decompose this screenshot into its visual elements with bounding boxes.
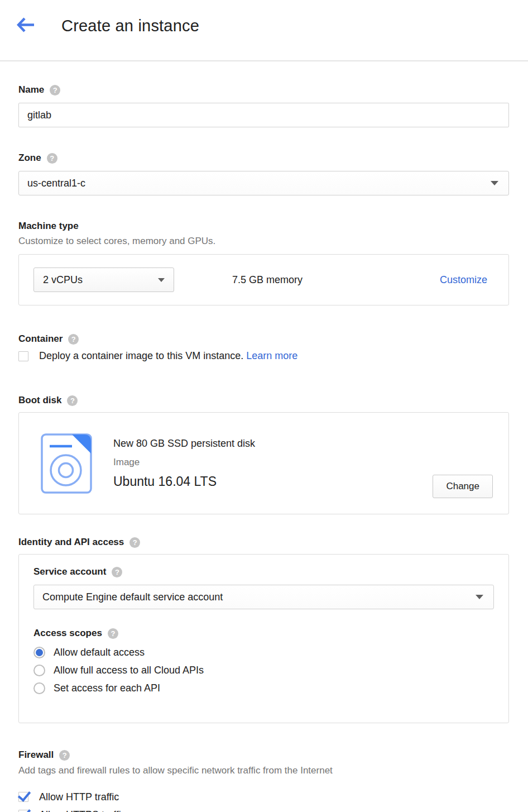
firewall-label-row: Firewall ?	[18, 749, 509, 761]
identity-label-row: Identity and API access ?	[18, 537, 509, 548]
access-scopes-label: Access scopes	[33, 628, 102, 639]
cpu-select[interactable]: 2 vCPUs	[33, 268, 174, 292]
name-label: Name	[18, 84, 44, 95]
disk-image-icon	[40, 432, 93, 495]
checkbox-allow-https-row[interactable]: Allow HTTPS traffic	[18, 806, 509, 812]
help-icon[interactable]: ?	[129, 537, 140, 548]
boot-disk-image-label: Image	[113, 457, 255, 468]
boot-disk-card: New 80 GB SSD persistent disk Image Ubun…	[18, 412, 509, 514]
firewall-description: Add tags and firewall rules to allow spe…	[18, 765, 509, 776]
zone-select[interactable]: us-central1-c	[18, 171, 509, 195]
zone-label-row: Zone ?	[18, 152, 509, 164]
container-checkbox[interactable]	[18, 351, 28, 361]
container-label-row: Container ?	[18, 333, 509, 345]
help-icon[interactable]: ?	[67, 395, 78, 406]
radio-allow-full-access[interactable]: Allow full access to all Cloud APIs	[33, 661, 494, 679]
cpu-select-value: 2 vCPUs	[43, 274, 83, 286]
chevron-down-icon	[476, 595, 483, 599]
chevron-down-icon	[491, 181, 498, 185]
machine-type-description: Customize to select cores, memory and GP…	[18, 236, 509, 247]
service-account-select[interactable]: Compute Engine default service account	[33, 585, 494, 609]
help-icon[interactable]: ?	[59, 750, 70, 761]
back-button[interactable]	[16, 17, 36, 35]
arrow-left-icon	[17, 17, 35, 35]
container-label: Container	[18, 333, 63, 345]
help-icon[interactable]: ?	[50, 85, 60, 95]
radio-icon	[33, 665, 45, 676]
access-scopes-list: Allow default access Allow full access t…	[33, 643, 494, 697]
radio-icon	[33, 647, 45, 658]
service-account-select-value: Compute Engine default service account	[42, 591, 223, 603]
identity-label: Identity and API access	[18, 537, 124, 548]
change-button[interactable]: Change	[433, 475, 493, 498]
checkbox-allow-http-row[interactable]: Allow HTTP traffic	[18, 788, 509, 806]
chevron-down-icon	[158, 278, 165, 282]
checkbox-allow-http[interactable]	[18, 792, 28, 802]
help-icon[interactable]: ?	[112, 567, 122, 577]
service-account-label-row: Service account ?	[33, 566, 494, 577]
boot-disk-title: New 80 GB SSD persistent disk	[113, 438, 255, 450]
service-account-label: Service account	[33, 566, 106, 577]
customize-link[interactable]: Customize	[440, 274, 487, 286]
access-scopes-label-row: Access scopes ?	[33, 628, 494, 639]
help-icon[interactable]: ?	[108, 628, 118, 639]
radio-set-access-each-api[interactable]: Set access for each API	[33, 679, 494, 697]
boot-disk-label: Boot disk	[18, 395, 61, 406]
container-checkbox-label: Deploy a container image to this VM inst…	[39, 350, 297, 362]
firewall-options: Allow HTTP traffic Allow HTTPS traffic	[18, 788, 509, 812]
machine-type-label: Machine type	[18, 221, 79, 232]
radio-allow-default-access[interactable]: Allow default access	[33, 643, 494, 661]
page-title: Create an instance	[61, 17, 199, 35]
identity-card: Service account ? Compute Engine default…	[18, 554, 509, 723]
learn-more-link[interactable]: Learn more	[246, 350, 297, 361]
zone-label: Zone	[18, 152, 41, 164]
firewall-label: Firewall	[18, 749, 54, 761]
memory-value: 7.5 GB memory	[232, 274, 303, 286]
machine-type-card: 2 vCPUs 7.5 GB memory Customize	[18, 254, 509, 305]
zone-select-value: us-central1-c	[27, 178, 85, 189]
radio-icon	[33, 682, 45, 694]
container-checkbox-row: Deploy a container image to this VM inst…	[18, 350, 509, 362]
name-input[interactable]	[18, 103, 509, 127]
name-label-row: Name ?	[18, 84, 509, 95]
boot-disk-label-row: Boot disk ?	[18, 395, 509, 406]
boot-disk-image-value: Ubuntu 16.04 LTS	[113, 474, 255, 489]
help-icon[interactable]: ?	[68, 334, 79, 345]
checkbox-allow-https[interactable]	[18, 810, 28, 812]
help-icon[interactable]: ?	[47, 153, 57, 164]
page-header: Create an instance	[0, 0, 528, 61]
machine-type-label-row: Machine type	[18, 221, 509, 232]
